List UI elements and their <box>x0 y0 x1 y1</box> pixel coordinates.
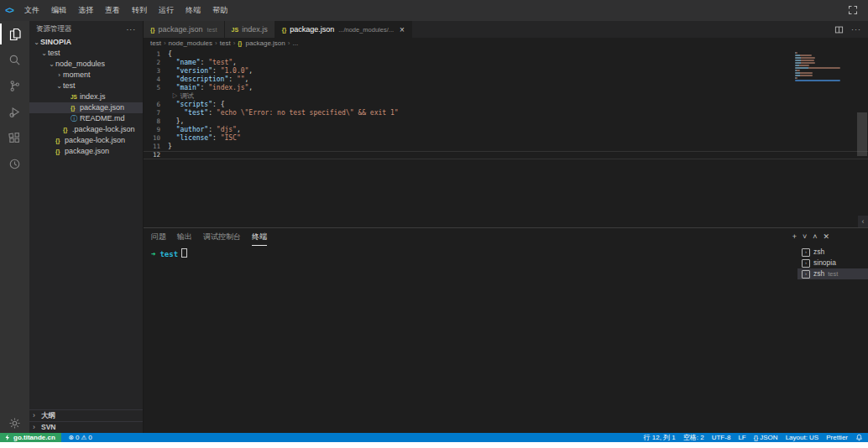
sidebar-more-icon[interactable]: ··· <box>127 25 137 34</box>
json-file-icon: {} <box>55 146 65 157</box>
status-eol[interactable]: LF <box>738 434 745 441</box>
source-control-icon[interactable] <box>0 73 29 99</box>
notifications-bell-icon[interactable] <box>855 434 863 441</box>
close-tab-icon[interactable]: × <box>400 25 405 34</box>
status-encoding[interactable]: UTF-8 <box>712 434 731 441</box>
tree-item-README.md[interactable]: ⓘREADME.md <box>29 113 143 124</box>
json-file-icon: {} <box>55 135 65 146</box>
manage-gear-icon[interactable] <box>0 417 29 430</box>
extensions-icon[interactable] <box>0 125 29 151</box>
split-editor-icon[interactable] <box>834 25 844 34</box>
tree-item-label: package.json <box>65 146 109 157</box>
code-text: "license": "ISC" <box>168 134 241 143</box>
timeline-icon[interactable] <box>0 151 29 177</box>
tab-index.js[interactable]: JSindex.js <box>225 21 275 38</box>
code-lines: 1{2 "name": "test",3 "version": "1.0.0",… <box>144 50 868 159</box>
terminal-list-item-zsh[interactable]: ›zsh <box>797 247 868 258</box>
tab-label: package.json <box>290 25 334 34</box>
menu-item-0[interactable]: 文件 <box>18 0 45 21</box>
terminal-viewport[interactable]: ➜test <box>144 245 797 433</box>
toggle-layout-icon[interactable] <box>848 5 858 15</box>
code-line: 3 "version": "1.0.0", <box>144 67 868 76</box>
tree-item-label: test <box>63 81 76 91</box>
minimap-line <box>795 55 812 56</box>
tree-item-.package-lock.json[interactable]: {}.package-lock.json <box>29 124 143 135</box>
app-logo-icon: <> <box>0 6 18 15</box>
panel-actions: +˅˄✕ <box>792 228 829 245</box>
editor-scrollbar[interactable] <box>857 112 867 156</box>
tab-label: package.json <box>158 25 202 34</box>
breadcrumb-item[interactable]: test <box>150 39 161 47</box>
warnings-count: 0 <box>88 434 92 441</box>
minimap-line <box>795 52 797 54</box>
collapse-chevron-icon[interactable]: ‹ <box>858 216 868 227</box>
panel-tab-终端[interactable]: 终端 <box>252 228 267 246</box>
breadcrumb-item[interactable]: ... <box>292 39 298 47</box>
codelens-debug[interactable]: ▷ 调试 <box>168 92 194 101</box>
remote-lightning-icon <box>4 434 11 441</box>
terminal-icon: › <box>802 259 810 268</box>
js-file-icon: JS <box>232 27 239 33</box>
section-SVN[interactable]: ›SVN <box>29 421 143 433</box>
menu-item-3[interactable]: 查看 <box>99 0 126 21</box>
panel-tab-问题[interactable]: 问题 <box>151 228 166 246</box>
panel-tab-调试控制台[interactable]: 调试控制台 <box>203 228 241 246</box>
line-number: 5 <box>144 84 160 92</box>
remote-indicator[interactable]: go.titande.cn <box>0 433 61 442</box>
tab-label: index.js <box>242 25 268 34</box>
tree-item-SINOPIA[interactable]: ⌄SINOPIA <box>29 37 143 48</box>
breadcrumb-item[interactable]: {} package.json <box>238 39 285 47</box>
problems-status[interactable]: ⊗ 0 ⚠ 0 <box>69 434 92 441</box>
breadcrumb-item[interactable]: test <box>220 39 231 47</box>
minimap-line <box>795 72 813 74</box>
new-terminal-icon[interactable]: + <box>792 232 797 241</box>
minimap-line <box>795 70 800 71</box>
status-language-mode[interactable]: {} JSON <box>754 434 778 441</box>
menu-item-4[interactable]: 转到 <box>126 0 153 21</box>
editor-more-actions-icon[interactable]: ··· <box>851 25 861 34</box>
terminal-dropdown-icon[interactable]: ˅ <box>803 232 807 241</box>
search-icon[interactable] <box>0 47 29 73</box>
editor-code-area[interactable]: 1{2 "name": "test",3 "version": "1.0.0",… <box>144 49 868 227</box>
minimap-line <box>795 67 840 69</box>
minimap-line <box>795 57 815 59</box>
tree-item-package-lock.json[interactable]: {}package-lock.json <box>29 135 143 146</box>
tree-item-moment[interactable]: ›moment <box>29 70 143 81</box>
terminal-item-label: sinopia <box>813 258 836 268</box>
tree-item-test[interactable]: ⌄test <box>29 81 143 91</box>
terminal-list-item-zsh[interactable]: ›zshtest <box>797 268 868 279</box>
tree-item-index.js[interactable]: JSindex.js <box>29 91 143 102</box>
tree-item-test[interactable]: ⌄test <box>29 48 143 59</box>
close-panel-icon[interactable]: ✕ <box>823 232 829 241</box>
status-formatter[interactable]: Prettier <box>826 434 848 441</box>
menu-item-5[interactable]: 运行 <box>153 0 180 21</box>
breadcrumb-item[interactable]: node_modules <box>169 39 212 47</box>
maximize-panel-icon[interactable]: ˄ <box>813 232 817 241</box>
code-line: 9 "author": "djs", <box>144 126 868 134</box>
minimap[interactable] <box>795 52 842 82</box>
explorer-icon[interactable] <box>0 21 29 47</box>
tree-item-package.json[interactable]: {}package.json <box>29 146 143 157</box>
run-debug-icon[interactable] <box>0 99 29 125</box>
code-text: "test": "echo \"Error: no test specified… <box>168 109 399 117</box>
menu-item-6[interactable]: 终端 <box>180 0 207 21</box>
status-indentation[interactable]: 空格: 2 <box>683 433 704 442</box>
code-line: 5 "main": "index.js", <box>144 84 868 92</box>
tree-item-package.json[interactable]: {}package.json <box>29 102 143 113</box>
menu-item-2[interactable]: 选择 <box>72 0 99 21</box>
status-keyboard-layout[interactable]: Layout: US <box>786 434 819 441</box>
code-line: 11} <box>144 143 868 151</box>
tree-item-node_modules[interactable]: ⌄node_modules <box>29 59 143 70</box>
tab-package.json[interactable]: {}package.json.../node_modules/...× <box>275 21 412 38</box>
menu-item-1[interactable]: 编辑 <box>45 0 72 21</box>
terminal-list-item-sinopia[interactable]: ›sinopia <box>797 258 868 268</box>
vscode-window: <> 文件编辑选择查看转到运行终端帮助 资源管理器 ··· ⌄SINOPIA⌄ <box>0 0 868 442</box>
breadcrumb-separator: › <box>164 39 166 47</box>
section-大纲[interactable]: ›大纲 <box>29 409 143 421</box>
menu-item-7[interactable]: 帮助 <box>207 0 233 21</box>
remote-host-label: go.titande.cn <box>13 434 55 441</box>
panel-tab-输出[interactable]: 输出 <box>177 228 192 246</box>
code-line: 12 <box>144 151 868 159</box>
tab-package.json[interactable]: {}package.jsontest <box>144 21 225 38</box>
status-cursor-position[interactable]: 行 12, 列 1 <box>644 433 676 442</box>
